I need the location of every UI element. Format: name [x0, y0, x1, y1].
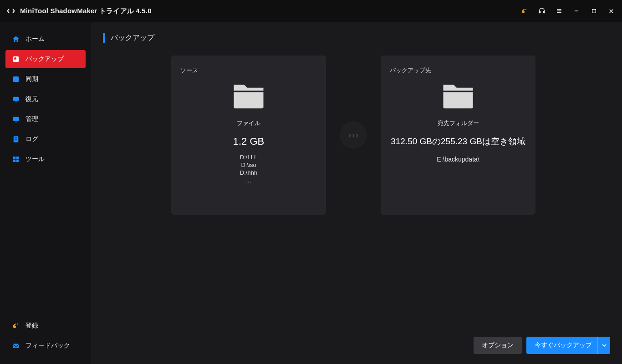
- svg-rect-2: [525, 9, 526, 10]
- destination-card[interactable]: バックアップ先 宛先フォルダー 312.50 GBの255.23 GBは空き領域…: [381, 56, 535, 215]
- upgrade-key-icon[interactable]: [520, 6, 529, 15]
- titlebar-controls: [520, 6, 616, 15]
- sidebar: ホーム バックアップ 同期 復元 管理 ログ: [0, 22, 91, 364]
- window-close-icon[interactable]: [607, 6, 616, 15]
- restore-icon: [12, 95, 20, 103]
- svg-rect-3: [539, 11, 540, 13]
- register-label: 登録: [25, 322, 38, 330]
- source-path: D:\hhh: [240, 169, 257, 176]
- destination-path: E:\backupdata\: [437, 156, 479, 163]
- nav-log[interactable]: ログ: [5, 130, 86, 148]
- nav-tools[interactable]: ツール: [5, 150, 86, 168]
- sidebar-register[interactable]: 登録: [5, 317, 86, 335]
- nav-home[interactable]: ホーム: [5, 30, 86, 48]
- support-headset-icon[interactable]: [537, 6, 546, 15]
- window-minimize-icon[interactable]: [572, 6, 581, 15]
- mail-icon: [12, 342, 20, 350]
- window-maximize-icon[interactable]: [589, 6, 598, 15]
- destination-type: 宛先フォルダー: [438, 119, 479, 127]
- svg-rect-29: [13, 344, 19, 348]
- svg-rect-28: [17, 324, 18, 325]
- home-icon: [12, 35, 20, 43]
- nav-backup[interactable]: バックアップ: [5, 50, 86, 68]
- destination-free-space: 312.50 GBの255.23 GBは空き領域: [391, 136, 525, 147]
- source-card-label: ソース: [180, 66, 198, 75]
- source-type: ファイル: [237, 119, 260, 127]
- source-size: 1.2 GB: [233, 136, 264, 147]
- titlebar: MiniTool ShadowMaker トライアル 4.5.0: [0, 0, 622, 22]
- tools-icon: [12, 155, 20, 163]
- chevron-down-icon[interactable]: [597, 337, 610, 354]
- nav-label: 管理: [25, 115, 38, 123]
- titlebar-left: MiniTool ShadowMaker トライアル 4.5.0: [6, 6, 152, 15]
- nav-manage[interactable]: 管理: [5, 110, 86, 128]
- options-button[interactable]: オプション: [474, 337, 522, 354]
- svg-rect-13: [14, 57, 16, 60]
- sync-icon: [12, 75, 20, 83]
- backup-now-button[interactable]: 今すぐバックアップ: [526, 337, 610, 354]
- svg-rect-17: [13, 117, 19, 121]
- nav-label: ログ: [25, 135, 38, 143]
- svg-rect-15: [13, 97, 19, 101]
- destination-card-label: バックアップ先: [390, 66, 431, 75]
- svg-rect-25: [16, 160, 19, 162]
- nav-sync[interactable]: 同期: [5, 70, 86, 88]
- source-paths: D:\LLL D:\iso D:\hhh ...: [240, 154, 257, 184]
- source-card[interactable]: ソース ファイル 1.2 GB D:\LLL D:\iso D:\hhh ...: [171, 56, 326, 215]
- svg-rect-24: [13, 160, 15, 162]
- titlebar-title: MiniTool ShadowMaker トライアル 4.5.0: [20, 7, 152, 15]
- feedback-label: フィードバック: [25, 342, 70, 350]
- main-content: バックアップ ソース ファイル 1.2 GB D:\LLL D:\iso D:\…: [91, 22, 622, 364]
- app-logo-icon: [6, 6, 15, 15]
- source-path: D:\iso: [241, 162, 256, 168]
- source-path: D:\LLL: [240, 154, 257, 161]
- page-heading: バックアップ: [103, 33, 610, 43]
- folder-icon: [231, 80, 266, 112]
- folder-icon: [440, 80, 476, 112]
- log-icon: [12, 135, 20, 143]
- nav-restore[interactable]: 復元: [5, 90, 86, 108]
- source-path-more: ...: [246, 177, 251, 184]
- svg-rect-16: [15, 101, 17, 102]
- svg-rect-18: [15, 121, 17, 122]
- backup-icon: [12, 55, 20, 63]
- direction-arrow-icon: ›››: [340, 121, 367, 149]
- menu-icon[interactable]: [555, 6, 564, 15]
- nav-label: ツール: [25, 155, 45, 163]
- page-title: バックアップ: [111, 33, 154, 43]
- svg-rect-23: [16, 157, 19, 159]
- heading-accent-bar: [103, 33, 105, 43]
- svg-rect-14: [13, 76, 19, 82]
- nav-label: 同期: [25, 75, 38, 83]
- nav-label: 復元: [25, 95, 38, 103]
- key-icon: [12, 322, 20, 330]
- svg-rect-22: [13, 157, 15, 159]
- manage-icon: [12, 115, 20, 123]
- nav-label: ホーム: [25, 35, 45, 43]
- sidebar-feedback[interactable]: フィードバック: [5, 337, 86, 355]
- nav-label: バックアップ: [25, 55, 64, 63]
- svg-rect-4: [543, 11, 545, 13]
- svg-rect-9: [592, 9, 596, 13]
